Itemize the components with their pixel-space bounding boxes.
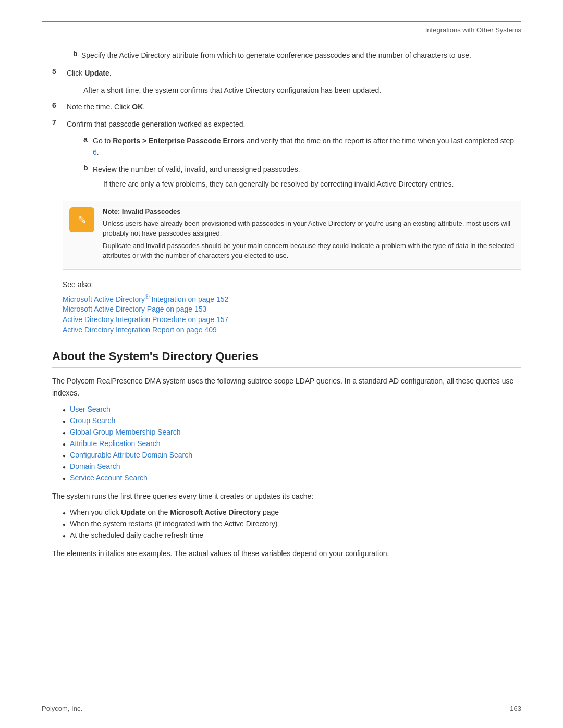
cache-item-1: When you click Update on the Microsoft A… bbox=[63, 508, 521, 516]
note-icon: ✎ bbox=[69, 207, 94, 232]
sub-7b-label: b bbox=[83, 164, 90, 190]
see-also-label: See also: bbox=[63, 280, 521, 289]
sub-7a-bold: Reports > Enterprise Passcode Errors bbox=[113, 137, 244, 145]
service-account-link[interactable]: Service Account Search bbox=[70, 474, 148, 482]
step-6-text: Note the time. Click OK. bbox=[67, 101, 521, 113]
cache-item-2-text: When the system restarts (if integrated … bbox=[70, 520, 277, 528]
item-b: b Specify the Active Directory attribute… bbox=[73, 50, 521, 61]
step-5-sub: After a short time, the system confirms … bbox=[83, 84, 521, 96]
configurable-attribute-link[interactable]: Configurable Attribute Domain Search bbox=[70, 451, 192, 459]
global-group-link[interactable]: Global Group Membership Search bbox=[70, 428, 180, 436]
page-header: Integrations with Other Systems bbox=[42, 26, 521, 34]
list-item-configurable-attribute: Configurable Attribute Domain Search bbox=[63, 451, 521, 459]
cache-item-3: At the scheduled daily cache refresh tim… bbox=[63, 531, 521, 539]
see-also-link-1[interactable]: Microsoft Active Directory® Integration … bbox=[63, 293, 521, 303]
cache-list: When you click Update on the Microsoft A… bbox=[63, 508, 521, 539]
note-content: Note: Invalid Passcodes Unless users hav… bbox=[103, 207, 515, 263]
list-item-domain-search: Domain Search bbox=[63, 462, 521, 471]
body-text-3: The elements in italics are examples. Th… bbox=[52, 548, 521, 559]
list-item-global-group: Global Group Membership Search bbox=[63, 428, 521, 436]
see-also-link-3[interactable]: Active Directory Integration Procedure o… bbox=[63, 315, 521, 324]
item-b-label: b bbox=[73, 50, 78, 61]
step-5-text: Click Update. bbox=[67, 67, 521, 79]
list-item-service-account: Service Account Search bbox=[63, 474, 521, 482]
page-footer: Polycom, Inc. 163 bbox=[42, 705, 521, 712]
step-6-num: 6 bbox=[52, 101, 63, 109]
list-item-attribute-replication: Attribute Replication Search bbox=[63, 439, 521, 448]
step-6-bold: OK bbox=[132, 103, 143, 111]
body-text-2: The system runs the first three queries … bbox=[52, 490, 521, 502]
sub-7b-sub: If there are only a few problems, they c… bbox=[103, 178, 454, 190]
cache-item-2: When the system restarts (if integrated … bbox=[63, 520, 521, 528]
body-text-1: The Polycom RealPresence DMA system uses… bbox=[52, 375, 521, 399]
section-heading: About the System's Directory Queries bbox=[52, 350, 521, 368]
step-7: 7 Confirm that passcode generation worke… bbox=[52, 118, 521, 130]
attribute-replication-link[interactable]: Attribute Replication Search bbox=[70, 439, 161, 448]
sub-7a: a Go to Reports > Enterprise Passcode Er… bbox=[83, 135, 521, 158]
step-7-text: Confirm that passcode generation worked … bbox=[67, 118, 521, 130]
see-also-link-2[interactable]: Microsoft Active Directory Page on page … bbox=[63, 305, 521, 313]
group-search-link[interactable]: Group Search bbox=[70, 416, 115, 425]
search-list: User Search Group Search Global Group Me… bbox=[63, 405, 521, 482]
list-item-group-search: Group Search bbox=[63, 416, 521, 425]
sub-7a-link[interactable]: 6 bbox=[93, 148, 97, 156]
note-title: Note: Invalid Passcodes bbox=[103, 207, 515, 215]
sub-7b: b Review the number of valid, invalid, a… bbox=[83, 164, 521, 190]
note-line2: Duplicate and invalid passcodes should b… bbox=[103, 241, 515, 261]
step-7-num: 7 bbox=[52, 118, 63, 127]
step-5-num: 5 bbox=[52, 67, 63, 76]
domain-search-link[interactable]: Domain Search bbox=[70, 462, 120, 471]
sub-7a-label: a bbox=[83, 135, 90, 158]
sub-7b-content: Review the number of valid, invalid, and… bbox=[93, 164, 454, 190]
step-5: 5 Click Update. bbox=[52, 67, 521, 79]
item-b-text: Specify the Active Directory attribute f… bbox=[81, 50, 521, 61]
note-line1: Unless users have already been provision… bbox=[103, 218, 515, 239]
see-also-section: See also: Microsoft Active Directory® In… bbox=[63, 280, 521, 335]
note-box: ✎ Note: Invalid Passcodes Unless users h… bbox=[63, 201, 521, 270]
step-6: 6 Note the time. Click OK. bbox=[52, 101, 521, 113]
footer-page: 163 bbox=[510, 705, 521, 712]
list-item-user-search: User Search bbox=[63, 405, 521, 413]
user-search-link[interactable]: User Search bbox=[70, 405, 111, 413]
step-5-bold: Update bbox=[84, 69, 109, 77]
mad-bold: Microsoft Active Directory bbox=[170, 508, 261, 516]
see-also-link-4[interactable]: Active Directory Integration Report on p… bbox=[63, 326, 521, 334]
cache-item-1-text: When you click Update on the Microsoft A… bbox=[70, 508, 279, 516]
sub-7b-text: Review the number of valid, invalid, and… bbox=[93, 164, 454, 175]
update-bold: Update bbox=[121, 508, 145, 516]
footer-company: Polycom, Inc. bbox=[42, 705, 82, 712]
svg-text:✎: ✎ bbox=[78, 214, 87, 226]
cache-item-3-text: At the scheduled daily cache refresh tim… bbox=[70, 531, 203, 539]
sub-7a-text: Go to Reports > Enterprise Passcode Erro… bbox=[93, 135, 521, 158]
